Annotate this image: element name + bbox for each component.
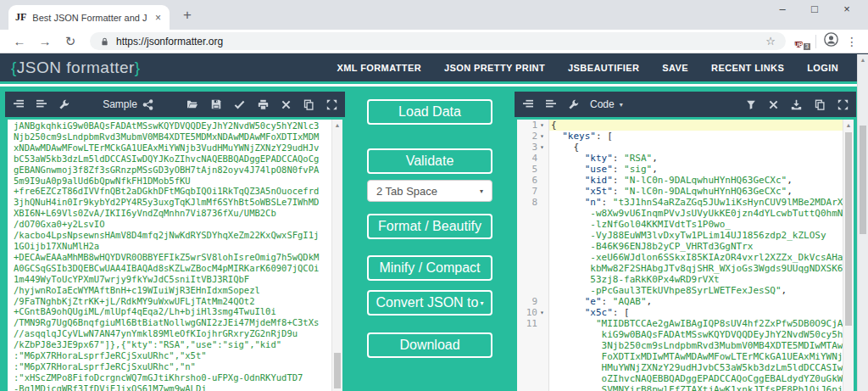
save-icon[interactable]: [211, 99, 221, 109]
fold-caret-empty: [540, 252, 549, 263]
code-line: 8 "n": "t3J1hnS4aRZaZGq5JUw1iKsHynCUV9lM…: [517, 197, 843, 208]
line-number: [517, 274, 540, 285]
open-folder-icon[interactable]: [186, 99, 198, 109]
browser-menu-icon[interactable]: ⋮: [846, 35, 858, 48]
fold-caret-empty: [540, 175, 549, 186]
input-line: +CGntBA9ohQUgiML/mlUpf4qEqa2/Lh+bjiHl3sm…: [14, 306, 331, 317]
code-text: -lzNfGol04KKMIVdtTs1P0wo_: [549, 219, 843, 230]
reload-button[interactable]: ↻: [59, 34, 81, 49]
extension-icon[interactable]: UB 3: [794, 35, 808, 48]
input-scrollbar-thumb[interactable]: [334, 353, 341, 388]
code-text: "MIIDBTCCAe2gAwIBAgIQP8sUV4hf2ZxPfw5DB0O…: [549, 318, 843, 329]
page-scrollbar[interactable]: ▲: [857, 54, 868, 391]
tab-title: Best JSON Formatter and JSON V: [32, 13, 147, 23]
download-icon[interactable]: [791, 99, 802, 110]
code-text: -w8Xw9vU6InqmPVvJsUVyUkKE0jzn4dYLcwbTutt…: [549, 208, 843, 219]
print-icon[interactable]: [258, 99, 269, 110]
fold-caret-empty: [540, 208, 549, 219]
input-line: +DECAwEAAaMhMB8wHQYDVR0OBBYEFIkZ5wrSV8lo…: [14, 252, 331, 263]
clear-icon[interactable]: [281, 100, 291, 109]
line-number: 11: [517, 318, 540, 329]
code-line: -xeU66WJdlon6SSkxI85KIAzOR4vxrl2XZZx_DkV…: [517, 252, 843, 263]
fold-caret-empty: [540, 153, 549, 164]
convert-json-button[interactable]: Convert JSON to▾: [367, 290, 492, 316]
copy-icon[interactable]: [815, 99, 825, 110]
format-beautify-button[interactable]: Format / Beautify: [367, 214, 492, 239]
url-text[interactable]: https://jsonformatter.org: [116, 36, 759, 47]
copy-icon[interactable]: [303, 99, 314, 110]
input-line: 1GOijb17XNuMlH2a: [14, 241, 331, 252]
scroll-up-icon[interactable]: ▲: [843, 120, 854, 131]
code-text: "kty": "RSA",: [549, 153, 843, 164]
bookmark-star-icon[interactable]: ☆: [765, 35, 776, 47]
fold-caret-icon[interactable]: ▾: [540, 120, 549, 131]
json-output-editor[interactable]: 1▾{2▾ "keys": [3▾ {4 "kty": "RSA",5 "use…: [517, 120, 854, 391]
indent-right-icon[interactable]: [545, 99, 557, 109]
code-text: "kid": "N-lC0n-9DALqwhuHYnHQ63GeCXc",: [549, 175, 843, 186]
sample-dropdown[interactable]: Sample: [103, 98, 153, 110]
json-output-code: 1▾{2▾ "keys": [3▾ {4 "kty": "RSA",5 "use…: [517, 120, 843, 391]
fold-caret-icon[interactable]: ▾: [540, 307, 549, 318]
output-panel-toolbar: Code ▾: [515, 92, 856, 117]
output-scrollbar-thumb[interactable]: [845, 132, 852, 326]
code-text: 53zj8-faRkK0Px4wRD9rVXt: [549, 274, 843, 285]
input-editor-scrollbar[interactable]: ▲: [331, 120, 342, 391]
page-scroll-up-icon[interactable]: ▲: [858, 54, 868, 66]
new-tab-button[interactable]: +: [183, 7, 192, 24]
line-number: [517, 252, 540, 263]
nav-item-xml-formatter[interactable]: XML FORMATTER: [337, 63, 421, 73]
code-line: 7 "x5t": "N-lC0n-9DALqwhuHYnHQ63GeCXc",: [517, 186, 843, 197]
browser-tab[interactable]: JF Best JSON Formatter and JSON V ×: [8, 5, 170, 30]
settings-wrench-icon[interactable]: [58, 99, 70, 110]
page-scrollbar-thumb[interactable]: [860, 126, 866, 234]
toolbar-right-controls: UB 3 ⋮: [794, 32, 860, 50]
line-number: [517, 285, 540, 296]
window-close-button[interactable]: ×: [831, 0, 863, 20]
fold-caret-empty: [540, 373, 549, 384]
forward-button[interactable]: →: [34, 34, 56, 48]
json-input-editor[interactable]: jANBgkqhkiG9w0BAQsFADAtMSswKQYDVQQDEyJhY…: [8, 120, 342, 391]
address-bar[interactable]: https://jsonformatter.org ☆: [90, 32, 786, 50]
code-line: -B46K96ENJ8b2yCP_VHRTd3GgNTrx: [517, 241, 843, 252]
site-nav: XML FORMATTERJSON PRETTY PRINTJSBEAUTIFI…: [337, 63, 838, 73]
output-editor-scrollbar[interactable]: ▲: [843, 120, 854, 391]
nav-item-login[interactable]: LOGIN: [807, 63, 838, 73]
scroll-up-icon[interactable]: ▲: [332, 120, 342, 131]
lock-icon: [100, 36, 109, 47]
fullscreen-icon[interactable]: [326, 99, 337, 110]
input-line: :"M6pX7RHoraLsprfJeRCjSxuURhc","x5t": [14, 350, 331, 361]
back-button[interactable]: ←: [8, 34, 31, 48]
filter-icon[interactable]: [746, 99, 756, 110]
fullscreen-icon[interactable]: [837, 99, 849, 110]
code-text: "x5c": [: [549, 307, 843, 318]
nav-item-jsbeautifier[interactable]: JSBEAUTIFIER: [568, 63, 639, 73]
code-line: oZIhvcNAQEBBQADggEPADCCAQoCggEBALdydYZ0u…: [517, 373, 843, 384]
minify-compact-button[interactable]: Minify / Compact: [367, 255, 492, 281]
code-dropdown[interactable]: Code ▾: [590, 98, 623, 110]
line-number: [517, 362, 540, 373]
indent-right-icon[interactable]: [36, 99, 47, 109]
validate-button[interactable]: Validate: [367, 148, 492, 174]
download-button[interactable]: Download: [367, 332, 492, 358]
profile-avatar[interactable]: [824, 32, 838, 50]
tab-space-select[interactable]: 2 Tab Space ▾: [367, 180, 492, 202]
nav-item-recent-links[interactable]: RECENT LINKS: [711, 63, 784, 73]
code-text: kiG9w0BAQsFADAtMSswKQYDVQQDEyJhY2NvdW50c…: [549, 329, 843, 340]
indent-left-icon[interactable]: [522, 99, 534, 109]
minimize-button[interactable]: –: [766, 0, 798, 20]
fold-caret-icon[interactable]: ▾: [540, 131, 549, 142]
settings-wrench-icon[interactable]: [568, 99, 579, 110]
nav-item-save[interactable]: SAVE: [662, 63, 688, 73]
maximize-button[interactable]: □: [798, 0, 831, 20]
site-logo[interactable]: {JSON formatter}: [11, 59, 141, 77]
indent-left-icon[interactable]: [13, 99, 25, 109]
line-number: [517, 208, 540, 219]
clear-icon[interactable]: [769, 100, 778, 109]
tab-close-icon[interactable]: ×: [153, 12, 163, 24]
code-line: kbMw82F2SHAbgJTv8qjSHR_WXjoGs3Wgds9UUqgN…: [517, 263, 843, 274]
fold-caret-icon[interactable]: ▾: [540, 142, 549, 153]
validate-check-icon[interactable]: [234, 100, 245, 109]
nav-item-json-pretty-print[interactable]: JSON PRETTY PRINT: [444, 63, 545, 73]
code-text: -VyJ88EuWM3lvDxyTw1PLim14UJ1856zdp2_kZLO…: [549, 230, 843, 241]
load-data-button[interactable]: Load Data: [367, 99, 492, 125]
